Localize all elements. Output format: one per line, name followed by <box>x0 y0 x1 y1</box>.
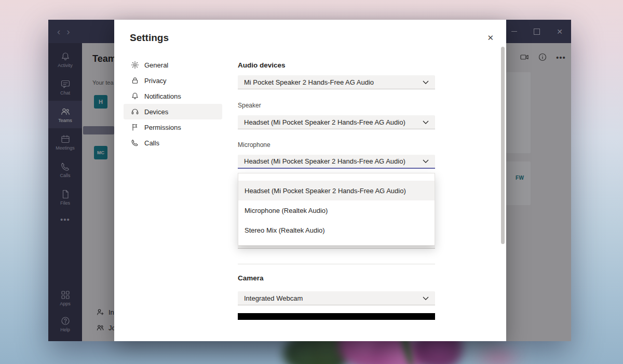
settings-nav-notifications[interactable]: Notifications <box>124 88 222 104</box>
camera-heading: Camera <box>238 274 435 282</box>
lock-icon <box>131 76 139 85</box>
close-settings-button[interactable]: ✕ <box>487 33 494 43</box>
flag-icon <box>131 123 139 131</box>
microphone-select[interactable]: Headset (Mi Pocket Speaker 2 Hands-Free … <box>238 155 435 169</box>
settings-nav-label: General <box>144 61 168 69</box>
phone-icon <box>131 139 139 147</box>
microphone-option[interactable]: Stereo Mix (Realtek Audio) <box>238 220 435 240</box>
settings-nav-label: Notifications <box>144 92 181 100</box>
settings-title: Settings <box>130 32 169 44</box>
settings-nav-label: Calls <box>144 139 159 147</box>
gear-icon <box>131 61 139 69</box>
chevron-down-icon <box>423 120 429 124</box>
microphone-value: Headset (Mi Pocket Speaker 2 Hands-Free … <box>244 157 405 165</box>
headset-icon <box>131 107 139 116</box>
settings-scrollbar[interactable] <box>501 47 505 244</box>
camera-select[interactable]: Integrated Webcam <box>238 291 435 305</box>
settings-nav-permissions[interactable]: Permissions <box>124 119 222 135</box>
settings-nav-label: Devices <box>144 108 168 116</box>
speaker-select[interactable]: Headset (Mi Pocket Speaker 2 Hands-Free … <box>238 115 435 129</box>
microphone-option[interactable]: Headset (Mi Pocket Speaker 2 Hands-Free … <box>238 181 435 200</box>
bell-icon <box>131 92 139 100</box>
settings-nav-general[interactable]: General <box>124 57 222 73</box>
settings-nav: General Privacy Notifications Devices Pe… <box>124 57 222 151</box>
chevron-down-icon <box>423 80 429 84</box>
settings-nav-devices[interactable]: Devices <box>124 104 222 119</box>
speaker-value: Headset (Mi Pocket Speaker 2 Hands-Free … <box>244 118 405 126</box>
audio-devices-heading: Audio devices <box>238 61 435 69</box>
section-divider <box>238 264 435 264</box>
settings-nav-calls[interactable]: Calls <box>124 135 222 151</box>
settings-dialog: Settings ✕ General Privacy Notifications <box>114 20 506 341</box>
microphone-option[interactable]: Microphone (Realtek Audio) <box>238 200 435 220</box>
settings-nav-label: Permissions <box>144 124 181 131</box>
chevron-down-icon <box>423 296 429 300</box>
microphone-options-listbox: Headset (Mi Pocket Speaker 2 Hands-Free … <box>238 173 435 246</box>
camera-value: Integrated Webcam <box>244 294 303 302</box>
settings-nav-privacy[interactable]: Privacy <box>124 73 222 88</box>
desktop-background: ‹ › ✕ Activity Chat Teams <box>0 0 623 364</box>
audio-device-value: Mi Pocket Speaker 2 Hands-Free AG Audio <box>244 78 374 86</box>
speaker-label: Speaker <box>238 102 435 109</box>
camera-preview <box>238 313 435 320</box>
microphone-label: Microphone <box>238 141 435 149</box>
settings-nav-label: Privacy <box>144 77 167 85</box>
teams-window: ‹ › ✕ Activity Chat Teams <box>48 20 571 341</box>
chevron-down-icon <box>423 159 429 163</box>
audio-device-select[interactable]: Mi Pocket Speaker 2 Hands-Free AG Audio <box>238 75 435 89</box>
